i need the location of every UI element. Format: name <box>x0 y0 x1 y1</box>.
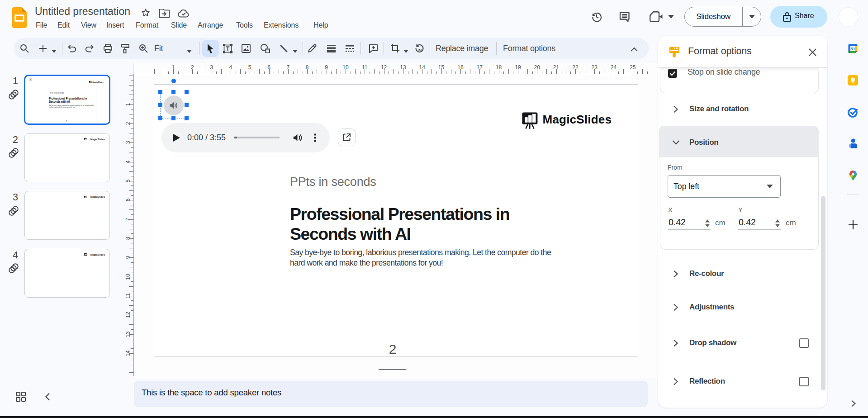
svg-text:31: 31 <box>850 46 855 51</box>
